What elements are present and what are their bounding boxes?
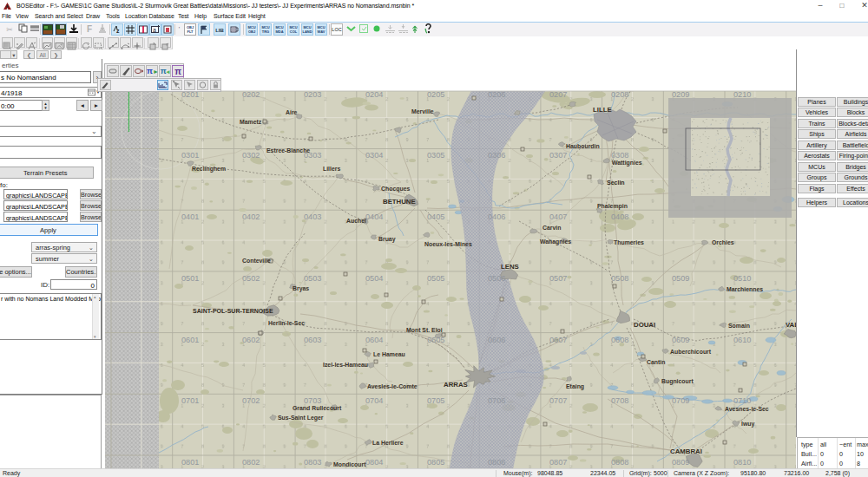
svg-text:0504: 0504 — [365, 274, 383, 283]
svg-text:Thumeries: Thumeries — [614, 239, 644, 245]
svg-text:Grand Rullecourt: Grand Rullecourt — [293, 405, 342, 411]
svg-text:0607: 0607 — [549, 336, 567, 344]
svg-text:0605: 0605 — [427, 336, 444, 344]
svg-text:z: z — [116, 28, 120, 34]
svg-text:0802: 0802 — [242, 458, 260, 467]
svg-text:0408: 0408 — [611, 212, 628, 221]
svg-text:0210: 0210 — [733, 90, 751, 99]
svg-text:0506: 0506 — [488, 274, 505, 283]
svg-text:Orchies: Orchies — [712, 239, 734, 245]
svg-text:Mondicourt: Mondicourt — [333, 461, 366, 467]
svg-text:CAMBRAI: CAMBRAI — [670, 448, 702, 455]
svg-text:Avesnes-le-Sec: Avesnes-le-Sec — [725, 406, 769, 412]
svg-text:Wahagnies: Wahagnies — [540, 238, 571, 245]
svg-text:0502: 0502 — [242, 274, 260, 283]
svg-text:0804: 0804 — [365, 458, 383, 467]
svg-text:0202: 0202 — [242, 90, 260, 99]
svg-text:VALENCIENNES: VALENCIENNES — [786, 321, 796, 329]
svg-text:0801: 0801 — [181, 458, 199, 467]
svg-text:Phalempin: Phalempin — [597, 203, 628, 210]
svg-text:0609: 0609 — [672, 336, 689, 344]
svg-text:0507: 0507 — [549, 274, 567, 283]
svg-text:SAINT-POL-SUR-TERNOISE: SAINT-POL-SUR-TERNOISE — [193, 308, 273, 314]
svg-text:0809: 0809 — [672, 458, 689, 467]
svg-text:0501: 0501 — [181, 274, 199, 283]
svg-text:Bryas: Bryas — [293, 285, 309, 292]
svg-text:0610: 0610 — [733, 336, 751, 344]
svg-text:0307: 0307 — [549, 151, 567, 160]
svg-text:0603: 0603 — [304, 336, 321, 344]
svg-text:0807: 0807 — [549, 458, 567, 467]
svg-text:0205: 0205 — [427, 90, 444, 99]
svg-text:Sus-Saint Leger: Sus-Saint Leger — [278, 415, 324, 421]
svg-text:0710: 0710 — [733, 396, 751, 405]
svg-text:Somain: Somain — [728, 323, 750, 329]
svg-text:0606: 0606 — [488, 336, 505, 344]
svg-text:Iwuy: Iwuy — [741, 421, 754, 428]
svg-text:Bugnicourt: Bugnicourt — [661, 378, 694, 385]
svg-text:Mont St. Eloi: Mont St. Eloi — [406, 327, 443, 333]
svg-text:ARRAS: ARRAS — [444, 381, 468, 389]
svg-text:Haubourdin: Haubourdin — [566, 143, 600, 149]
svg-text:0604: 0604 — [365, 336, 383, 344]
svg-text:0305: 0305 — [427, 151, 444, 160]
svg-text:0810: 0810 — [733, 458, 751, 467]
svg-text:0206: 0206 — [488, 90, 505, 99]
svg-text:Seclin: Seclin — [607, 180, 625, 186]
svg-text:Lillers: Lillers — [323, 166, 340, 172]
svg-text:0402: 0402 — [242, 212, 260, 221]
svg-text:0708: 0708 — [611, 396, 628, 405]
svg-text:0301: 0301 — [181, 151, 199, 160]
svg-text:0709: 0709 — [672, 396, 689, 405]
svg-text:Bruay: Bruay — [378, 236, 396, 243]
svg-text:0209: 0209 — [672, 90, 689, 99]
svg-text:a: a — [153, 27, 156, 33]
svg-text:Izel-les-Hameau: Izel-les-Hameau — [323, 362, 368, 368]
svg-text:0510: 0510 — [733, 274, 751, 283]
svg-text:Conteville: Conteville — [242, 258, 271, 264]
svg-text:0808: 0808 — [611, 458, 628, 467]
svg-text:Cantin: Cantin — [647, 359, 665, 365]
svg-text:0308: 0308 — [611, 151, 628, 160]
svg-text:0602: 0602 — [242, 336, 260, 344]
svg-text:Chocques: Chocques — [381, 186, 410, 193]
svg-text:0805: 0805 — [427, 458, 444, 467]
svg-text:0505: 0505 — [427, 274, 444, 283]
svg-text:Herlin-le-Sec: Herlin-le-Sec — [268, 320, 305, 326]
svg-text:0509: 0509 — [672, 274, 689, 283]
svg-text:0306: 0306 — [488, 151, 505, 160]
svg-text:Mametz: Mametz — [240, 119, 262, 125]
svg-text:0403: 0403 — [304, 212, 321, 221]
svg-text:Carvin: Carvin — [542, 225, 561, 231]
svg-text:0401: 0401 — [181, 212, 199, 221]
svg-text:0601: 0601 — [181, 336, 199, 344]
svg-text:0508: 0508 — [611, 274, 628, 283]
svg-text:0203: 0203 — [304, 90, 321, 99]
svg-text:0608: 0608 — [611, 336, 628, 344]
svg-text:0704: 0704 — [365, 396, 383, 405]
svg-text:Merville: Merville — [411, 108, 434, 114]
svg-text:Auchel: Auchel — [346, 218, 366, 224]
svg-text:LILLE: LILLE — [593, 106, 612, 114]
svg-text:0204: 0204 — [365, 90, 383, 99]
svg-text:0803: 0803 — [304, 458, 321, 467]
svg-text:LENS: LENS — [501, 263, 519, 271]
svg-text:0208: 0208 — [611, 90, 628, 99]
svg-text:0702: 0702 — [242, 396, 260, 405]
svg-text:0407: 0407 — [549, 212, 567, 221]
svg-text:Aire: Aire — [286, 109, 298, 115]
svg-text:Wattignies: Wattignies — [612, 160, 642, 167]
svg-text:Reclinghem: Reclinghem — [192, 166, 226, 173]
svg-text:0304: 0304 — [365, 151, 383, 160]
svg-text:0705: 0705 — [427, 396, 444, 405]
svg-text:0404: 0404 — [365, 212, 383, 221]
svg-text:0706: 0706 — [488, 396, 505, 405]
svg-text:Etaing: Etaing — [566, 383, 584, 390]
svg-text:DOUAI: DOUAI — [634, 321, 655, 329]
svg-text:Le Hameau: Le Hameau — [373, 351, 405, 357]
svg-text:Noeux-les-Mines: Noeux-les-Mines — [424, 241, 472, 247]
svg-text:0503: 0503 — [304, 274, 321, 283]
svg-text:Estree-Blanche: Estree-Blanche — [266, 147, 310, 154]
svg-text:Auberchicourt: Auberchicourt — [670, 349, 712, 355]
svg-text:Marchiennes: Marchiennes — [727, 286, 763, 292]
